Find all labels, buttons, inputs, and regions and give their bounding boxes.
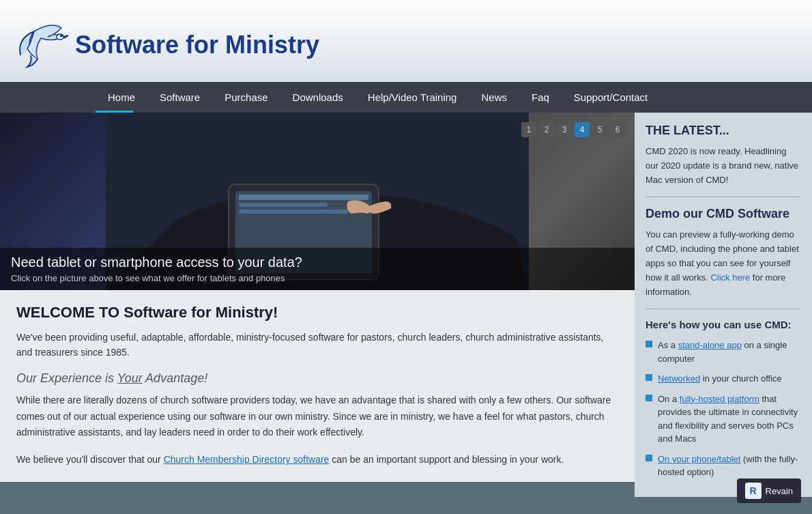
experience-text: While there are literally dozens of chur… (16, 392, 618, 441)
cmd-text-2: Networked in your church office (658, 372, 782, 386)
experience-underline: Your (117, 371, 143, 385)
nav-support[interactable]: Support/Contact (562, 82, 660, 113)
nav-home[interactable]: Home (96, 82, 147, 113)
slider-subtitle: Click on the picture above to see what w… (11, 273, 624, 283)
cmd-bullet-4 (646, 455, 652, 461)
hero-slider[interactable]: 1 2 3 4 5 6 Need tablet or smartphone ac… (0, 113, 635, 290)
experience-title: Our Experience is Your Advantage! (16, 371, 618, 386)
phone-tablet-link[interactable]: On your phone/tablet (658, 454, 740, 464)
nav-faq[interactable]: Faq (519, 82, 562, 113)
dot-5[interactable]: 5 (592, 122, 607, 137)
sidebar-divider-2 (646, 309, 801, 309)
networked-link[interactable]: Networked (658, 373, 700, 384)
church-text-suffix: can be an important support and blessing… (329, 454, 564, 465)
cmd-item-networked: Networked in your church office (646, 372, 801, 386)
svg-rect-7 (239, 203, 328, 207)
welcome-title: WELCOME TO Software for Ministry! (16, 304, 618, 322)
nav-purchase[interactable]: Purchase (212, 82, 280, 113)
cmd-item-standalone: As a stand-alone app on a single compute… (646, 339, 801, 365)
fully-hosted-link[interactable]: fully-hosted platform (680, 394, 759, 404)
dot-4[interactable]: 4 (575, 122, 590, 137)
slider-dots: 1 2 3 4 5 6 (521, 122, 625, 137)
experience-suffix: Advantage! (143, 371, 207, 385)
site-title: Software for Ministry (75, 31, 319, 59)
nav-downloads[interactable]: Downloads (280, 82, 356, 113)
experience-prefix: Our Experience is (16, 371, 117, 385)
church-membership-link[interactable]: Church Membership Directory software (164, 454, 330, 465)
cmd-text-3: On a fully-hosted platform that provides… (658, 392, 801, 446)
revain-icon: R (745, 483, 762, 499)
demo-text: You can preview a fully-working demo of … (646, 228, 801, 299)
demo-title: Demo our CMD Software (646, 207, 801, 221)
main-nav: Home Software Purchase Downloads Help/Vi… (0, 82, 812, 113)
dot-2[interactable]: 2 (539, 122, 554, 137)
nav-news[interactable]: News (469, 82, 519, 113)
revain-badge: R Revain (737, 479, 801, 503)
svg-rect-8 (239, 210, 348, 214)
cmd-text-1: As a stand-alone app on a single compute… (658, 339, 801, 365)
slider-title: Need tablet or smartphone access to your… (11, 255, 624, 270)
latest-title: THE LATEST... (646, 124, 801, 138)
latest-text: CMD 2020 is now ready. Headlining our 20… (646, 145, 801, 187)
svg-rect-6 (239, 195, 368, 200)
content-area: 1 2 3 4 5 6 Need tablet or smartphone ac… (0, 113, 635, 497)
nav-software[interactable]: Software (147, 82, 212, 113)
church-text: We believe you'll discover that our Chur… (16, 452, 618, 468)
demo-click-here-link[interactable]: Click here (710, 272, 750, 283)
cmd-text-4: On your phone/tablet (with the fully-hos… (658, 453, 801, 479)
dove-icon (14, 18, 68, 72)
slider-caption: Need tablet or smartphone access to your… (0, 248, 635, 290)
sidebar: THE LATEST... CMD 2020 is now ready. Hea… (635, 113, 812, 497)
sidebar-divider-1 (646, 197, 801, 197)
welcome-section: WELCOME TO Software for Ministry! We've … (0, 290, 635, 482)
dot-6[interactable]: 6 (610, 122, 625, 137)
dot-3[interactable]: 3 (557, 122, 572, 137)
svg-point-1 (61, 35, 62, 36)
logo-area: Software for Ministry (14, 18, 319, 72)
cmd-bullet-1 (646, 341, 652, 347)
cmd-bullet-2 (646, 374, 652, 381)
site-header: Software for Ministry (0, 0, 812, 82)
revain-label: Revain (766, 486, 793, 496)
cmd-item-hosted: On a fully-hosted platform that provides… (646, 392, 801, 446)
dot-1[interactable]: 1 (521, 122, 536, 137)
how-to-use-title: Here's how you can use CMD: (646, 319, 801, 330)
cmd-bullet-3 (646, 395, 652, 401)
standalone-app-link[interactable]: stand-alone app (678, 340, 742, 350)
main-wrapper: 1 2 3 4 5 6 Need tablet or smartphone ac… (0, 113, 812, 497)
church-text-prefix: We believe you'll discover that our (16, 454, 164, 465)
nav-help[interactable]: Help/Video Training (356, 82, 469, 113)
welcome-text: We've been providing useful, adaptable, … (16, 330, 618, 360)
cmd-item-phone: On your phone/tablet (with the fully-hos… (646, 453, 801, 479)
